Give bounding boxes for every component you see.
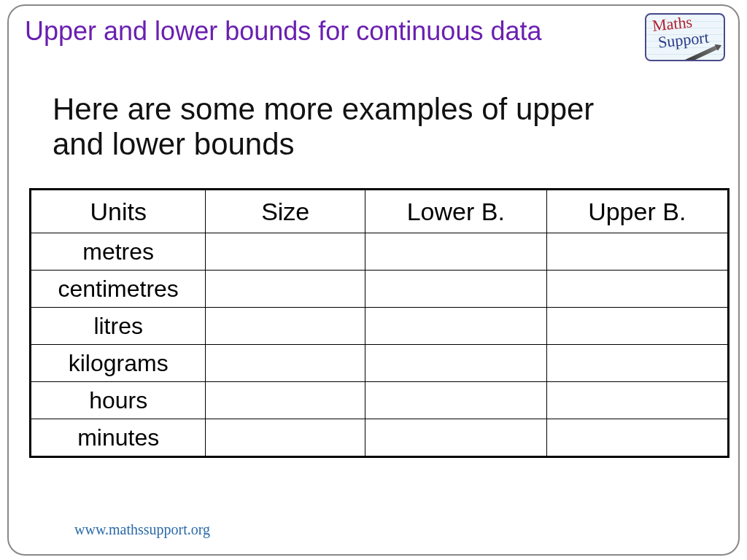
cell-upper: [546, 308, 727, 345]
header-units: Units: [31, 190, 206, 233]
cell-upper: [546, 233, 727, 271]
table-row: kilograms: [31, 345, 728, 382]
header-lower: Lower B.: [365, 190, 546, 233]
table-row: centimetres: [31, 271, 728, 308]
table-header-row: Units Size Lower B. Upper B.: [31, 190, 728, 233]
cell-size: [206, 419, 365, 456]
cell-upper: [546, 345, 727, 382]
intro-text: Here are some more examples of upper and…: [53, 92, 651, 163]
cell-size: [206, 382, 365, 419]
cell-lower: [365, 345, 546, 382]
header-upper: Upper B.: [546, 190, 727, 233]
cell-lower: [365, 308, 546, 345]
footer-url: www.mathssupport.org: [74, 521, 210, 538]
cell-units: metres: [31, 233, 206, 271]
table-row: minutes: [31, 419, 728, 456]
cell-upper: [546, 419, 727, 456]
header-size: Size: [206, 190, 365, 233]
table-row: litres: [31, 308, 728, 345]
cell-upper: [546, 271, 727, 308]
bounds-table: Units Size Lower B. Upper B. metres cent…: [31, 190, 728, 456]
cell-units: litres: [31, 308, 206, 345]
table-row: metres: [31, 233, 728, 271]
cell-lower: [365, 271, 546, 308]
cell-lower: [365, 233, 546, 271]
slide-title: Upper and lower bounds for continuous da…: [25, 16, 541, 47]
maths-support-logo: Maths Support: [645, 13, 725, 61]
slide-frame: Upper and lower bounds for continuous da…: [7, 4, 740, 556]
cell-units: minutes: [31, 419, 206, 456]
cell-size: [206, 233, 365, 271]
cell-size: [206, 308, 365, 345]
cell-units: kilograms: [31, 345, 206, 382]
cell-upper: [546, 382, 727, 419]
cell-lower: [365, 382, 546, 419]
cell-size: [206, 345, 365, 382]
cell-size: [206, 271, 365, 308]
table-row: hours: [31, 382, 728, 419]
cell-units: hours: [31, 382, 206, 419]
cell-units: centimetres: [31, 271, 206, 308]
cell-lower: [365, 419, 546, 456]
